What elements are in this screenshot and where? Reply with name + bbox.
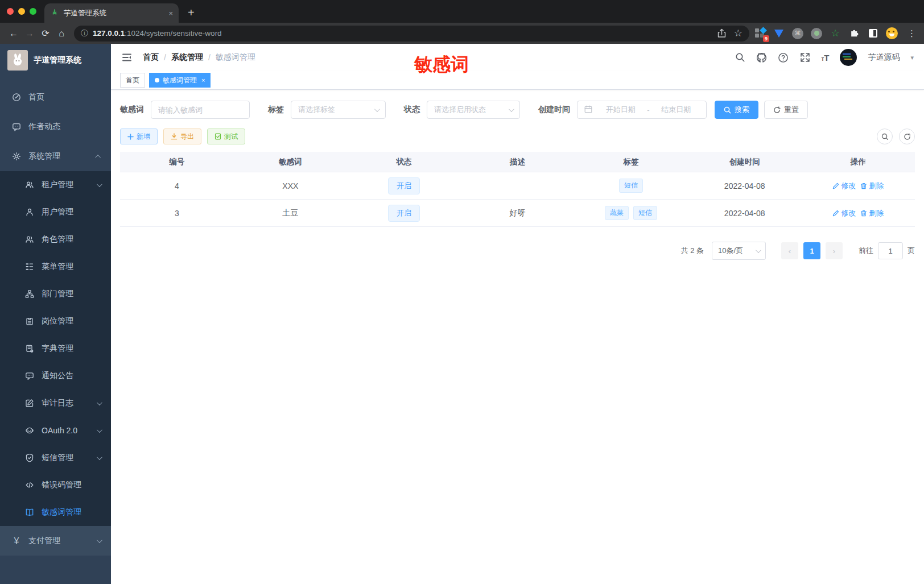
vimium-extension-icon[interactable] [773, 27, 785, 40]
reset-button-label: 重置 [784, 105, 799, 115]
sidebar-item-notices[interactable]: 通知公告 [0, 362, 111, 390]
chevron-down-icon [97, 181, 102, 187]
sidebar-item-label: 作者动态 [28, 122, 60, 132]
delete-link[interactable]: 删除 [860, 208, 884, 218]
plus-icon [127, 134, 134, 140]
page-number-button[interactable]: 1 [803, 242, 820, 259]
view-tab-label: 首页 [126, 76, 139, 85]
sidebar-item-tenant[interactable]: 租户管理 [0, 171, 111, 198]
sidebar-item-label: 短信管理 [42, 453, 73, 463]
chevron-down-icon [97, 454, 102, 460]
reset-button[interactable]: 重置 [764, 101, 808, 119]
sidebar-item-sensitive-words[interactable]: 敏感词管理 [0, 499, 111, 526]
sidebar-item-error-codes[interactable]: 错误码管理 [0, 471, 111, 499]
pencil-icon [832, 183, 839, 189]
edit-log-icon [25, 399, 34, 408]
export-button[interactable]: 导出 [163, 129, 201, 144]
font-size-icon[interactable]: тT [821, 53, 829, 63]
header-search-icon[interactable] [735, 52, 745, 63]
next-page-button[interactable]: › [826, 242, 843, 259]
breadcrumb: 首页 / 系统管理 / 敏感词管理 [143, 52, 255, 63]
org-chart-icon [25, 289, 34, 299]
sidebar-item-home[interactable]: 首页 [0, 82, 111, 112]
view-tab-close-icon[interactable]: × [201, 77, 205, 84]
view-tab-home[interactable]: 首页 [120, 73, 145, 88]
user-menu-caret-icon[interactable]: ▾ [910, 54, 914, 61]
column-header: 操作 [801, 157, 915, 167]
table-row: 4 XXX 开启 短信 2022-04-08 修改 删除 [120, 172, 915, 200]
add-button[interactable]: 新增 [120, 129, 158, 144]
breadcrumb-system[interactable]: 系统管理 [171, 52, 203, 63]
minimize-window-button[interactable] [18, 8, 25, 15]
pagination: 共 2 条 10条/页 ‹ 1 › 前往 页 [120, 242, 915, 260]
tag-badge: 短信 [633, 206, 657, 220]
app-header: 首页 / 系统管理 / 敏感词管理 тT [111, 44, 924, 71]
sidebar-item-departments[interactable]: 部门管理 [0, 280, 111, 308]
refresh-table-button[interactable] [899, 129, 915, 144]
star-extension-icon[interactable]: ☆ [829, 27, 842, 40]
book-icon [25, 344, 34, 353]
sidebar-item-oauth[interactable]: OAuth 2.0 [0, 417, 111, 444]
command-extension-icon[interactable]: ⌘ [791, 27, 804, 40]
browser-tab[interactable]: 芋道管理系统 × [44, 3, 179, 23]
zoom-window-button[interactable] [30, 8, 36, 15]
column-header: 标签 [574, 157, 688, 167]
search-button[interactable]: 搜索 [715, 101, 758, 119]
sidebar-item-dictionary[interactable]: 字典管理 [0, 335, 111, 362]
page-size-select[interactable]: 10条/页 [712, 242, 766, 260]
tab-grid-extension-icon[interactable]: 9 [754, 27, 766, 40]
back-button[interactable]: ← [6, 26, 22, 42]
help-icon[interactable] [778, 52, 789, 63]
sidebar-item-author-news[interactable]: 作者动态 [0, 112, 111, 142]
sidebar-logo[interactable]: 芋道管理系统 [0, 44, 111, 77]
home-button[interactable]: ⌂ [53, 26, 69, 42]
forward-button[interactable]: → [22, 26, 38, 42]
date-end-placeholder: 结束日期 [653, 105, 699, 115]
site-info-icon[interactable]: ⓘ [81, 28, 88, 39]
date-start-placeholder: 开始日期 [597, 105, 644, 115]
fullscreen-icon[interactable] [799, 52, 810, 63]
tab-close-icon[interactable]: × [168, 9, 173, 18]
close-window-button[interactable] [7, 8, 14, 15]
prev-page-button[interactable]: ‹ [781, 242, 798, 259]
edit-link[interactable]: 修改 [832, 181, 856, 191]
address-bar[interactable]: ⓘ 127.0.0.1 :1024/system/sensitive-word … [74, 26, 749, 42]
tag-select[interactable]: 请选择标签 [291, 101, 386, 119]
profile-avatar-icon[interactable] [885, 27, 898, 40]
sidebar-item-users[interactable]: 用户管理 [0, 198, 111, 226]
sidebar-item-label: 审计日志 [42, 398, 73, 408]
reload-button[interactable]: ⟳ [38, 26, 53, 42]
test-button[interactable]: 测试 [207, 129, 245, 144]
show-search-toggle-button[interactable] [877, 129, 893, 144]
bookmark-star-icon[interactable]: ☆ [734, 27, 742, 39]
url-path: :1024/system/sensitive-word [125, 29, 221, 38]
goto-page-input[interactable] [878, 242, 903, 259]
user-name[interactable]: 芋道源码 [868, 52, 900, 63]
view-tab-sensitive-words[interactable]: 敏感词管理 × [149, 73, 211, 88]
chat-face-icon [12, 122, 21, 131]
share-icon[interactable] [717, 28, 726, 38]
sidebar-item-menus[interactable]: 菜单管理 [0, 253, 111, 280]
sidebar-collapse-icon[interactable] [121, 52, 133, 63]
user-avatar[interactable] [840, 49, 857, 66]
browser-menu-icon[interactable]: ⋮ [908, 28, 916, 39]
edit-link[interactable]: 修改 [832, 208, 856, 218]
sidebar-item-payment[interactable]: ¥ 支付管理 [0, 526, 111, 556]
new-tab-button[interactable]: + [188, 6, 195, 19]
sidebar-item-roles[interactable]: 角色管理 [0, 226, 111, 253]
pagination-total: 共 2 条 [681, 246, 704, 256]
sidebar-item-system[interactable]: 系统管理 [0, 142, 111, 171]
split-view-extension-icon[interactable] [867, 27, 879, 40]
sidebar-item-audit-log[interactable]: 审计日志 [0, 390, 111, 417]
recorder-extension-icon[interactable] [810, 27, 823, 40]
sidebar-item-posts[interactable]: 岗位管理 [0, 308, 111, 335]
extensions-puzzle-icon[interactable] [848, 27, 860, 40]
status-select[interactable]: 请选择启用状态 [427, 101, 520, 119]
sidebar-item-sms[interactable]: 短信管理 [0, 444, 111, 471]
delete-link[interactable]: 删除 [860, 181, 884, 191]
keyword-input[interactable] [158, 106, 242, 114]
breadcrumb-home[interactable]: 首页 [143, 52, 159, 63]
github-icon[interactable] [756, 52, 767, 63]
date-range-picker[interactable]: 开始日期 - 结束日期 [577, 101, 707, 119]
breadcrumb-separator: / [164, 53, 166, 62]
